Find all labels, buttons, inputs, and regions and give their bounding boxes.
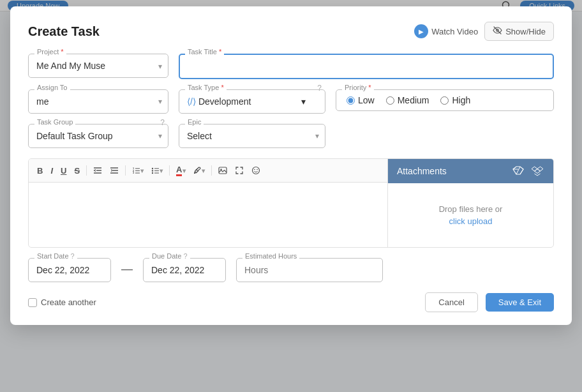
create-another-label[interactable]: Create another xyxy=(28,298,96,307)
estimated-hours-label: Estimated Hours xyxy=(243,252,299,260)
modal-title: Create Task xyxy=(28,24,100,39)
emoji-button[interactable] xyxy=(248,164,264,177)
attachments-body: Drop files here or click upload xyxy=(388,183,553,247)
start-date-help-icon[interactable]: ? xyxy=(71,252,75,260)
toolbar-divider-1 xyxy=(86,165,87,176)
estimated-hours-field: Estimated Hours xyxy=(236,258,383,282)
development-icon: ⟨/⟩ xyxy=(187,96,196,107)
font-color-button[interactable]: A ▾ xyxy=(173,163,189,178)
toolbar-divider-2 xyxy=(125,165,126,176)
project-select[interactable]: Me And My Muse xyxy=(28,54,168,78)
eye-icon xyxy=(493,26,502,37)
priority-container: Low Medium High xyxy=(336,89,554,111)
create-task-modal: Create Task ▶ Watch Video Show/Hide xyxy=(10,6,572,325)
bottom-row: Start Date ? — Due Date ? Estimated Hour… xyxy=(28,258,554,282)
priority-label: Priority * xyxy=(342,84,374,91)
svg-point-24 xyxy=(253,167,260,174)
watch-video-label: Watch Video xyxy=(431,27,478,36)
toolbar-divider-3 xyxy=(169,165,170,176)
modal-header: Create Task ▶ Watch Video Show/Hide xyxy=(28,22,554,41)
svg-point-19 xyxy=(152,167,153,169)
due-date-help-icon[interactable]: ? xyxy=(183,252,187,260)
priority-high-label: High xyxy=(452,95,470,105)
due-date-field: Due Date ? xyxy=(143,258,226,282)
task-title-input[interactable] xyxy=(179,54,554,79)
svg-point-25 xyxy=(255,169,256,170)
google-drive-icon[interactable] xyxy=(511,164,525,178)
cancel-button[interactable]: Cancel xyxy=(425,292,477,312)
start-date-input[interactable] xyxy=(28,258,111,282)
underline-button[interactable]: U xyxy=(57,164,70,177)
svg-point-20 xyxy=(152,170,153,171)
footer-row: Create another Cancel Save & Exit xyxy=(28,292,554,312)
image-button[interactable] xyxy=(215,164,230,177)
task-type-select[interactable]: ⟨/⟩ Development ▾ xyxy=(179,89,325,114)
drop-text: Drop files here or xyxy=(439,204,503,214)
click-upload-link[interactable]: click upload xyxy=(449,216,493,226)
bold-button[interactable]: B xyxy=(34,164,46,177)
epic-select[interactable]: Select xyxy=(179,124,325,148)
priority-high-option[interactable]: High xyxy=(440,95,470,105)
due-date-label: Due Date ? xyxy=(149,252,190,260)
watch-video-button[interactable]: ▶ Watch Video xyxy=(414,24,478,38)
date-separator: — xyxy=(121,262,133,282)
attachments-label: Attachments xyxy=(397,166,447,176)
ordered-list-button[interactable]: 123 ▾ xyxy=(129,165,147,177)
play-icon: ▶ xyxy=(414,24,428,38)
epic-label: Epic xyxy=(185,118,204,126)
strikethrough-button[interactable]: S xyxy=(71,164,83,177)
editor-wrapper: B I U S 123 ▾ xyxy=(29,159,387,247)
form-row-1: Project * Me And My Muse ▾ Task Title * xyxy=(28,54,554,79)
dropbox-icon[interactable] xyxy=(530,164,544,178)
create-another-text: Create another xyxy=(41,298,96,307)
project-field: Project * Me And My Muse ▾ xyxy=(28,54,168,79)
start-date-field: Start Date ? xyxy=(28,258,111,282)
priority-low-radio[interactable] xyxy=(347,96,355,105)
project-label: Project * xyxy=(34,48,66,56)
due-date-input[interactable] xyxy=(143,258,226,282)
task-group-select[interactable]: Default Task Group xyxy=(28,124,168,148)
priority-medium-option[interactable]: Medium xyxy=(386,95,429,105)
task-type-help-icon[interactable]: ? xyxy=(317,84,322,93)
toolbar-divider-4 xyxy=(211,165,212,176)
modal-header-actions: ▶ Watch Video Show/Hide xyxy=(414,22,554,41)
task-title-label: Task Title * xyxy=(185,48,224,56)
show-hide-label: Show/Hide xyxy=(505,27,546,36)
task-type-label: Task Type * xyxy=(185,84,227,91)
assign-to-select[interactable]: me xyxy=(28,89,168,114)
editor-body[interactable] xyxy=(29,183,387,247)
highlight-button[interactable]: 🖊 ▾ xyxy=(190,164,208,177)
task-group-field: Task Group ? Default Task Group ▾ xyxy=(28,124,168,148)
create-another-checkbox[interactable] xyxy=(28,298,37,307)
priority-medium-label: Medium xyxy=(398,95,429,105)
show-hide-button[interactable]: Show/Hide xyxy=(484,22,554,41)
start-date-label: Start Date ? xyxy=(34,252,77,260)
svg-rect-22 xyxy=(219,167,227,174)
form-row-3: Task Group ? Default Task Group ▾ Epic S… xyxy=(28,124,554,148)
unordered-list-button[interactable]: ▾ xyxy=(148,165,166,177)
priority-low-option[interactable]: Low xyxy=(347,95,375,105)
save-button[interactable]: Save & Exit xyxy=(486,293,554,312)
estimated-hours-input[interactable] xyxy=(236,258,383,282)
assign-to-label: Assign To xyxy=(34,84,70,91)
italic-button[interactable]: I xyxy=(47,164,56,177)
indent-button[interactable] xyxy=(107,164,122,177)
modal-overlay: Create Task ▶ Watch Video Show/Hide xyxy=(0,0,582,392)
assign-to-field: Assign To me ▾ xyxy=(28,89,168,114)
outdent-button[interactable] xyxy=(90,164,105,177)
priority-radio-group: Low Medium High xyxy=(347,95,470,105)
svg-point-26 xyxy=(257,169,258,170)
priority-field: Priority * Low Medium xyxy=(336,89,554,114)
editor-section: B I U S 123 ▾ xyxy=(28,158,554,248)
task-type-chevron-icon: ▾ xyxy=(301,96,306,107)
svg-point-21 xyxy=(152,172,153,173)
task-title-field: Task Title * xyxy=(179,54,554,79)
editor-toolbar: B I U S 123 ▾ xyxy=(29,159,387,183)
task-type-field: Task Type * ? ⟨/⟩ Development ▾ xyxy=(179,89,325,114)
fullscreen-button[interactable] xyxy=(232,164,247,177)
task-group-help-icon[interactable]: ? xyxy=(160,118,165,127)
priority-medium-radio[interactable] xyxy=(386,96,394,105)
task-group-label: Task Group xyxy=(34,118,75,126)
priority-high-radio[interactable] xyxy=(440,96,449,105)
form-row-2: Assign To me ▾ Task Type * ? ⟨/⟩ Develop… xyxy=(28,89,554,114)
